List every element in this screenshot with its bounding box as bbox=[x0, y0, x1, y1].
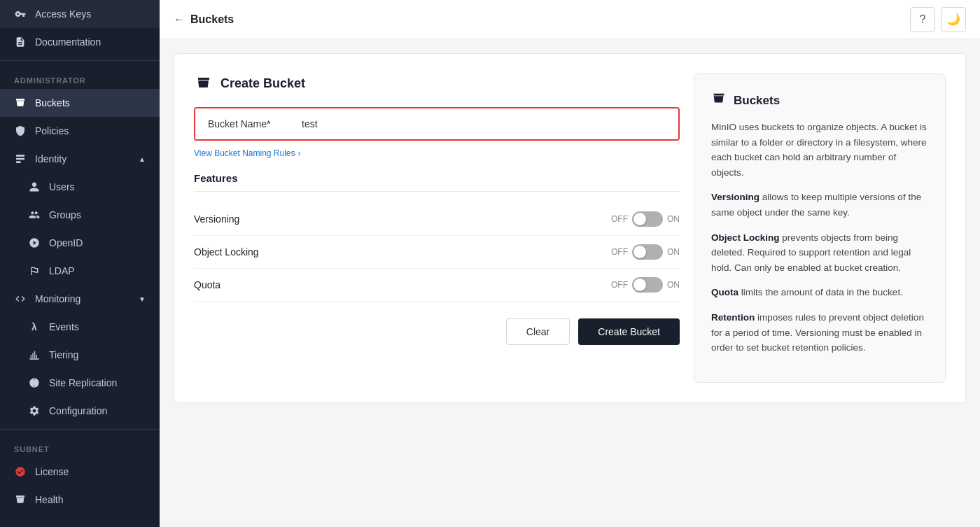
lambda-icon: λ bbox=[28, 321, 41, 333]
info-paragraph-5: Retention imposes rules to prevent objec… bbox=[711, 310, 928, 356]
create-bucket-button[interactable]: Create Bucket bbox=[578, 318, 680, 345]
identity-label: Identity bbox=[35, 153, 66, 164]
svg-rect-2 bbox=[16, 161, 21, 163]
key-icon bbox=[14, 8, 27, 20]
sidebar-item-label: Buckets bbox=[35, 97, 70, 108]
dark-mode-button[interactable]: 🌙 bbox=[941, 7, 966, 32]
info-paragraph-4: Quota limits the amount of data in the b… bbox=[711, 285, 928, 300]
sidebar-item-label: Health bbox=[35, 494, 63, 505]
sidebar-item-users[interactable]: Users bbox=[0, 173, 160, 201]
back-arrow-icon[interactable]: ← bbox=[174, 13, 185, 26]
sidebar-item-label: Policies bbox=[35, 125, 69, 136]
sidebar-item-monitoring[interactable]: Monitoring ▼ bbox=[0, 285, 160, 313]
sidebar-item-label: Site Replication bbox=[49, 377, 117, 388]
features-section-title: Features bbox=[194, 172, 680, 192]
sidebar-item-configuration[interactable]: Configuration bbox=[0, 397, 160, 425]
info-bucket-icon bbox=[711, 91, 727, 110]
help-icon: ? bbox=[920, 13, 926, 26]
sidebar-item-label: Configuration bbox=[49, 405, 107, 416]
sidebar-item-identity[interactable]: Identity ▲ bbox=[0, 145, 160, 173]
replication-icon bbox=[28, 377, 41, 389]
quota-toggle-group: OFF ON bbox=[611, 277, 680, 293]
subnet-divider bbox=[0, 429, 160, 430]
sidebar-item-label: LDAP bbox=[49, 265, 75, 276]
form-title: Create Bucket bbox=[194, 73, 680, 93]
groups-icon bbox=[28, 209, 41, 221]
monitoring-icon bbox=[14, 293, 27, 305]
config-icon bbox=[28, 405, 41, 417]
sidebar-item-health[interactable]: Health bbox=[0, 486, 160, 514]
sidebar-item-openid[interactable]: OpenID bbox=[0, 229, 160, 257]
svg-rect-0 bbox=[16, 155, 24, 157]
sidebar-item-label: OpenID bbox=[49, 237, 83, 248]
object-locking-off-label: OFF bbox=[611, 247, 628, 257]
bucket-icon bbox=[14, 97, 27, 109]
help-button[interactable]: ? bbox=[910, 7, 935, 32]
divider bbox=[0, 60, 160, 61]
versioning-label: Versioning bbox=[194, 213, 611, 225]
quota-toggle[interactable] bbox=[632, 277, 663, 293]
health-icon bbox=[14, 493, 27, 506]
object-locking-toggle[interactable] bbox=[632, 244, 663, 260]
quota-label: Quota bbox=[194, 279, 611, 290]
versioning-on-label: ON bbox=[667, 214, 680, 224]
naming-rules-text: View Bucket Naming Rules bbox=[194, 148, 295, 158]
sidebar-item-tiering[interactable]: Tiering bbox=[0, 341, 160, 369]
sidebar: Access Keys Documentation Administrator … bbox=[0, 0, 160, 527]
form-section: Create Bucket Bucket Name* View Bucket N… bbox=[194, 73, 680, 383]
sidebar-item-label: Users bbox=[49, 181, 75, 192]
chevron-down-icon: ▼ bbox=[139, 295, 146, 303]
sidebar-item-access-keys[interactable]: Access Keys bbox=[0, 0, 160, 28]
chevron-right-icon: › bbox=[298, 148, 301, 158]
sidebar-item-site-replication[interactable]: Site Replication bbox=[0, 369, 160, 397]
object-locking-on-label: ON bbox=[667, 247, 680, 257]
info-sidebar: Buckets MinIO uses buckets to organize o… bbox=[694, 73, 946, 383]
sidebar-item-groups[interactable]: Groups bbox=[0, 201, 160, 229]
sidebar-item-license[interactable]: License bbox=[0, 458, 160, 486]
sidebar-item-label: Events bbox=[49, 321, 79, 332]
quota-off-label: OFF bbox=[611, 280, 628, 290]
sidebar-item-label: Documentation bbox=[35, 36, 101, 48]
sidebar-item-label: License bbox=[35, 466, 69, 477]
versioning-off-label: OFF bbox=[611, 214, 628, 224]
sidebar-item-ldap[interactable]: LDAP bbox=[0, 257, 160, 285]
sidebar-item-events[interactable]: λ Events bbox=[0, 313, 160, 341]
topbar-actions: ? 🌙 bbox=[910, 7, 966, 32]
user-icon bbox=[28, 181, 41, 193]
form-buttons: Clear Create Bucket bbox=[194, 318, 680, 345]
ldap-icon bbox=[28, 265, 41, 277]
sidebar-item-label: Tiering bbox=[49, 349, 78, 360]
main-area: ← Buckets ? 🌙 Create Bucket bbox=[160, 0, 980, 527]
topbar-left: ← Buckets bbox=[174, 13, 234, 26]
admin-section-label: Administrator bbox=[0, 65, 160, 89]
create-bucket-card: Create Bucket Bucket Name* View Bucket N… bbox=[174, 53, 966, 403]
sidebar-item-documentation[interactable]: Documentation bbox=[0, 28, 160, 56]
monitoring-label: Monitoring bbox=[35, 293, 80, 304]
tiering-icon bbox=[28, 349, 41, 361]
quota-on-label: ON bbox=[667, 280, 680, 290]
feature-row-object-locking: Object Locking OFF ON bbox=[194, 236, 680, 269]
feature-row-versioning: Versioning OFF ON bbox=[194, 203, 680, 236]
identity-icon bbox=[14, 153, 27, 165]
feature-row-quota: Quota OFF ON bbox=[194, 269, 680, 302]
info-paragraph-1: MinIO uses buckets to organize objects. … bbox=[711, 120, 928, 180]
openid-icon bbox=[28, 237, 41, 249]
subnet-label: Subnet bbox=[0, 434, 160, 458]
info-title-text: Buckets bbox=[734, 94, 780, 108]
doc-icon bbox=[14, 36, 27, 48]
info-paragraph-2: Versioning allows to keep multiple versi… bbox=[711, 190, 928, 220]
info-title: Buckets bbox=[711, 91, 928, 110]
content-area: Create Bucket Bucket Name* View Bucket N… bbox=[160, 39, 980, 527]
bucket-name-input[interactable] bbox=[293, 108, 678, 139]
chevron-up-icon: ▲ bbox=[139, 155, 146, 163]
clear-button[interactable]: Clear bbox=[506, 318, 570, 345]
versioning-toggle[interactable] bbox=[632, 211, 663, 227]
naming-rules-link[interactable]: View Bucket Naming Rules › bbox=[194, 148, 301, 158]
page-title: Buckets bbox=[190, 13, 234, 26]
sidebar-item-policies[interactable]: Policies bbox=[0, 117, 160, 145]
sidebar-item-buckets[interactable]: Buckets bbox=[0, 89, 160, 117]
card-layout: Create Bucket Bucket Name* View Bucket N… bbox=[194, 73, 946, 383]
bucket-name-field-container: Bucket Name* bbox=[194, 107, 680, 141]
sidebar-item-label: Access Keys bbox=[35, 8, 91, 20]
form-title-text: Create Bucket bbox=[220, 76, 305, 91]
